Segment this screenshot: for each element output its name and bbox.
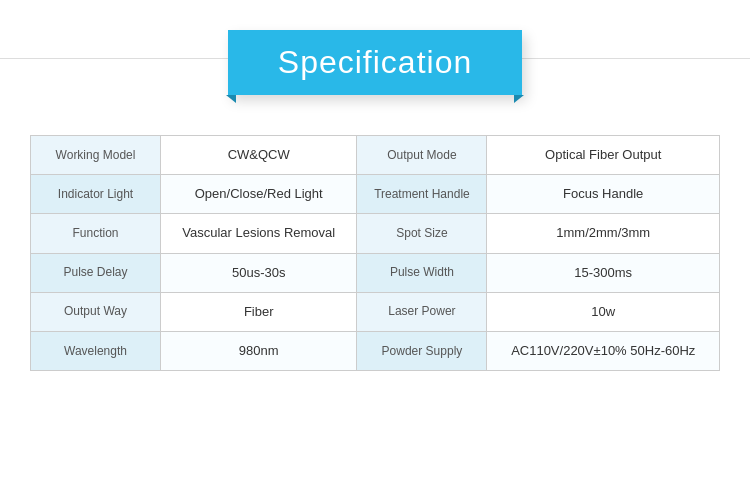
spec-value-right: 10w bbox=[487, 292, 720, 331]
header-area: Specification bbox=[0, 0, 750, 115]
page-wrapper: Specification Working ModelCW&QCWOutput … bbox=[0, 0, 750, 502]
spec-label-right: Laser Power bbox=[357, 292, 487, 331]
spec-label-left: Pulse Delay bbox=[31, 253, 161, 292]
spec-value-right: AC110V/220V±10% 50Hz-60Hz bbox=[487, 331, 720, 370]
spec-value-right: 1mm/2mm/3mm bbox=[487, 214, 720, 253]
spec-value-left: 50us-30s bbox=[161, 253, 357, 292]
spec-value-left: 980nm bbox=[161, 331, 357, 370]
spec-label-right: Pulse Width bbox=[357, 253, 487, 292]
spec-label-left: Working Model bbox=[31, 136, 161, 175]
spec-value-left: Vascular Lesions Removal bbox=[161, 214, 357, 253]
spec-table: Working ModelCW&QCWOutput ModeOptical Fi… bbox=[30, 135, 720, 371]
table-row: Output WayFiberLaser Power10w bbox=[31, 292, 720, 331]
spec-value-right: Optical Fiber Output bbox=[487, 136, 720, 175]
spec-label-left: Indicator Light bbox=[31, 175, 161, 214]
table-row: Indicator LightOpen/Close/Red LightTreat… bbox=[31, 175, 720, 214]
spec-label-right: Treatment Handle bbox=[357, 175, 487, 214]
spec-label-left: Function bbox=[31, 214, 161, 253]
table-row: Pulse Delay50us-30sPulse Width15-300ms bbox=[31, 253, 720, 292]
spec-label-left: Output Way bbox=[31, 292, 161, 331]
page-title: Specification bbox=[278, 44, 472, 80]
spec-label-left: Wavelength bbox=[31, 331, 161, 370]
title-banner: Specification bbox=[228, 30, 522, 95]
spec-value-right: Focus Handle bbox=[487, 175, 720, 214]
spec-label-right: Output Mode bbox=[357, 136, 487, 175]
spec-label-right: Powder Supply bbox=[357, 331, 487, 370]
spec-value-right: 15-300ms bbox=[487, 253, 720, 292]
spec-value-left: Open/Close/Red Light bbox=[161, 175, 357, 214]
table-row: Working ModelCW&QCWOutput ModeOptical Fi… bbox=[31, 136, 720, 175]
spec-label-right: Spot Size bbox=[357, 214, 487, 253]
spec-value-left: CW&QCW bbox=[161, 136, 357, 175]
spec-value-left: Fiber bbox=[161, 292, 357, 331]
table-row: FunctionVascular Lesions RemovalSpot Siz… bbox=[31, 214, 720, 253]
table-row: Wavelength980nmPowder SupplyAC110V/220V±… bbox=[31, 331, 720, 370]
spec-table-wrapper: Working ModelCW&QCWOutput ModeOptical Fi… bbox=[30, 135, 720, 371]
